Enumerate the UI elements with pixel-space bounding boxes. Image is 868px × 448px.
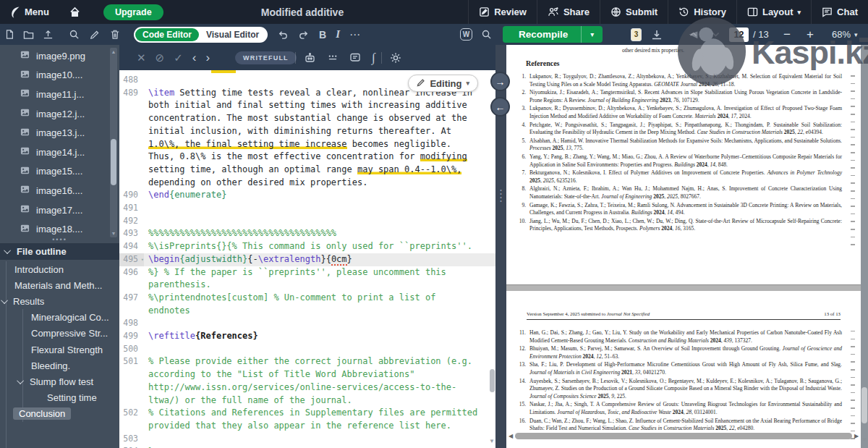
rename-pencil-icon[interactable] — [90, 30, 100, 40]
italic-button[interactable]: I — [336, 28, 340, 41]
writefull-icon[interactable]: W — [460, 28, 472, 41]
code-line[interactable]: 498 — [119, 317, 495, 330]
outline-item-slump-flow-test[interactable]: Slump flow test — [0, 373, 119, 389]
code-line[interactable]: 490\end{enumerate} — [119, 189, 495, 202]
undo-icon[interactable] — [277, 29, 289, 40]
zoom-out-icon[interactable]: − — [783, 28, 791, 42]
scrollbar-thumb[interactable] — [111, 139, 116, 185]
comment-note-icon[interactable] — [349, 52, 361, 63]
page-down-icon[interactable] — [711, 30, 720, 39]
outline-item-results[interactable]: Results — [0, 293, 119, 309]
file-tree-item[interactable]: image16.... — [0, 181, 119, 200]
code-line[interactable]: 497%\printendnotes[custom] % Un-comment … — [119, 292, 495, 317]
recompile-options-chevron[interactable]: ▾ — [582, 30, 603, 38]
outline-item-materials-and-meth[interactable]: Materials and Meth... — [0, 277, 119, 293]
accept-change-icon[interactable]: ✓ — [174, 51, 183, 64]
pane-divider[interactable]: → ← •••• — [495, 45, 506, 448]
file-tree-item[interactable]: image11.j... — [0, 85, 119, 104]
chat-button[interactable]: Chat — [811, 0, 868, 24]
file-tree-item[interactable]: image13.j... — [0, 123, 119, 143]
more-tools-icon[interactable]: ⋯ — [349, 28, 361, 41]
code-line[interactable]: 499\reftitle{References} — [119, 330, 495, 343]
code-area[interactable]: 488489\item Setting time tests reveal a … — [119, 70, 495, 448]
scroll-up-arrow[interactable]: ▲ — [110, 49, 117, 54]
scroll-right-arrow[interactable]: ▶ — [852, 433, 861, 439]
sync-to-code-button[interactable]: ← — [490, 97, 510, 117]
prev-change-icon[interactable]: ‹ — [192, 51, 197, 65]
search-icon[interactable] — [69, 29, 80, 40]
suggestions-dots-icon[interactable] — [327, 52, 339, 63]
scroll-down-arrow[interactable]: ▼ — [110, 231, 117, 236]
next-change-icon[interactable]: › — [205, 51, 210, 65]
outline-item-introduction[interactable]: Introduction — [0, 261, 119, 277]
editor-scroll-down-arrow[interactable]: ▼ — [489, 438, 495, 444]
code-line[interactable]: 503 — [119, 433, 495, 446]
download-pdf-icon[interactable] — [651, 29, 663, 41]
delete-trash-icon[interactable] — [110, 29, 120, 40]
settings-gear-icon[interactable] — [390, 52, 401, 64]
writefull-pill[interactable]: WRITEFULL — [235, 51, 297, 64]
file-tree-scrollbar[interactable]: ▲ ▼ — [110, 48, 117, 237]
file-tree-item[interactable]: image10.... — [0, 66, 119, 85]
code-line[interactable]: 491 — [119, 202, 495, 215]
sync-to-pdf-button[interactable]: → — [490, 72, 510, 91]
code-line[interactable]: 501% Please provide either the correct j… — [119, 355, 495, 407]
outline-item-flexural-strength[interactable]: Flexural Strength — [0, 342, 119, 358]
zoom-level-dropdown[interactable]: 68% — [832, 29, 851, 40]
file-tree-item[interactable]: image14.j... — [0, 143, 119, 162]
panel-resize-handle[interactable]: •••• — [0, 237, 119, 243]
current-page-input[interactable]: 12 — [729, 28, 749, 42]
review-button[interactable]: Review — [468, 0, 537, 24]
pdf-scroll-down-arrow[interactable]: ▼ — [861, 436, 867, 443]
zoom-in-icon[interactable]: + — [807, 28, 814, 42]
home-button[interactable] — [59, 0, 90, 24]
fold-marker-icon[interactable]: ▾ — [141, 254, 144, 267]
code-line[interactable]: 493%%%%%%%%%%%%%%%%%%%%%%%%%%%%%%%%%%%% — [119, 227, 495, 240]
outline-item-setting-time[interactable]: Setting time — [0, 390, 119, 406]
outline-item-bleeding[interactable]: Bleeding. — [0, 358, 119, 373]
outline-item-mineralogical-co[interactable]: Mineralogical Co... — [0, 310, 119, 326]
code-editor-tab[interactable]: Code Editor — [135, 28, 199, 41]
history-button[interactable]: History — [668, 0, 736, 24]
code-line[interactable]: 495▾\begin{adjustwidth}{-\extralength}{0… — [119, 253, 495, 266]
share-button[interactable]: Share — [537, 0, 600, 24]
hscrollbar-thumb[interactable] — [515, 433, 852, 439]
code-line[interactable]: 494%\isPreprints{}{% This command is onl… — [119, 240, 495, 253]
scroll-left-arrow[interactable]: ◀ — [506, 433, 515, 439]
new-folder-icon[interactable] — [23, 30, 34, 40]
editing-mode-dropdown[interactable]: Editing ▾ — [408, 75, 478, 92]
code-line[interactable]: 496%} % If the paper is ``preprints'', p… — [119, 266, 495, 292]
file-outline-header[interactable]: File outline — [0, 243, 119, 260]
layout-button[interactable]: Layout ▾ — [736, 0, 811, 24]
visual-editor-tab[interactable]: Visual Editor — [199, 28, 266, 41]
new-file-icon[interactable] — [4, 29, 14, 40]
file-tree-item[interactable]: image12.j... — [0, 104, 119, 124]
editor-scrollbar-thumb[interactable] — [490, 369, 495, 392]
page-up-icon[interactable] — [689, 30, 698, 39]
code-line[interactable]: 500 — [119, 343, 495, 356]
code-line[interactable]: 502% Citations and References in Supplem… — [119, 407, 495, 432]
code-line[interactable]: 504%==================================== — [119, 445, 495, 448]
block-icon[interactable]: ⊘ — [156, 51, 165, 64]
file-tree-item[interactable]: image17.... — [0, 200, 119, 220]
file-tree-item[interactable]: image9.png — [0, 46, 119, 66]
reject-change-icon[interactable]: ✕ — [137, 51, 146, 64]
file-tree-item[interactable]: image15.... — [0, 162, 119, 182]
pdf-scrollbar-thumb[interactable] — [861, 387, 867, 423]
code-line[interactable]: 489\item Setting time tests reveal a cle… — [119, 87, 495, 190]
code-line[interactable]: 492 — [119, 215, 495, 228]
logs-icon[interactable]: 3 — [631, 28, 642, 41]
math-mode-icon[interactable]: ∫ — [372, 51, 375, 65]
outline-item-conclusion[interactable]: Conclusion — [0, 406, 119, 422]
recompile-button[interactable]: Recompile ▾ — [503, 26, 603, 43]
pdf-search-icon[interactable] — [481, 29, 492, 40]
upgrade-button[interactable]: Upgrade — [103, 4, 163, 20]
outline-item-compressive-str[interactable]: Compressive Str... — [0, 326, 119, 342]
menu-button[interactable]: Menu — [0, 0, 59, 24]
pdf-horizontal-scrollbar[interactable]: ◀ ▶ — [506, 431, 861, 440]
upload-icon[interactable] — [43, 29, 54, 40]
redo-icon[interactable] — [298, 29, 310, 40]
ai-assistant-robot-icon[interactable] — [304, 52, 316, 64]
bold-button[interactable]: B — [319, 29, 326, 41]
submit-button[interactable]: Submit — [600, 0, 668, 24]
